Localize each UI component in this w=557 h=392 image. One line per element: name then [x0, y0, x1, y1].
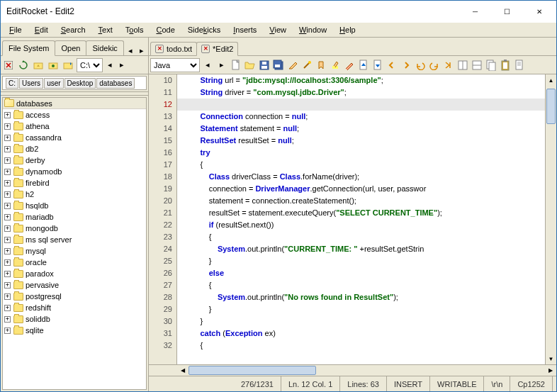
code-line[interactable]: { — [177, 340, 545, 352]
expand-icon[interactable]: + — [4, 203, 11, 209]
tree-item[interactable]: +ms sql server — [3, 234, 146, 245]
scroll-down-icon[interactable]: ▼ — [546, 353, 556, 364]
tree-item[interactable]: +mongodb — [3, 223, 146, 234]
tree-item[interactable]: +athena — [3, 121, 146, 132]
code-line[interactable]: statement = connection.createStatement()… — [177, 195, 545, 207]
expand-icon[interactable]: + — [4, 316, 11, 323]
code-line[interactable]: try — [177, 147, 545, 159]
tree-item[interactable]: +mariadb — [3, 211, 146, 223]
expand-icon[interactable]: + — [4, 259, 11, 266]
tree-root[interactable]: databases — [3, 98, 146, 109]
menu-view[interactable]: View — [264, 24, 292, 35]
editor-tab-edit2[interactable]: ✕ *Edit2 — [196, 42, 238, 56]
tab-scroll-left-icon[interactable]: ◂ — [125, 45, 135, 55]
menu-search[interactable]: Search — [55, 24, 91, 35]
tree-item[interactable]: +firebird — [3, 177, 146, 189]
code-line[interactable]: connection = DriverManager.getConnection… — [177, 183, 545, 195]
expand-icon[interactable]: + — [4, 282, 11, 289]
expand-icon[interactable]: + — [4, 293, 11, 300]
code-line[interactable]: String url = "jdbc:mysql://localhost:330… — [177, 74, 545, 86]
expand-icon[interactable]: + — [4, 214, 11, 220]
page-up-icon[interactable] — [357, 59, 370, 72]
code-line[interactable]: } — [177, 303, 545, 315]
goto-end-icon[interactable] — [442, 59, 455, 72]
code-line[interactable]: } — [177, 315, 545, 327]
path-segment[interactable]: Users — [19, 78, 43, 89]
code-line[interactable]: } — [177, 255, 545, 267]
menu-file[interactable]: File — [4, 24, 28, 35]
code-line[interactable]: Statement statement = null; — [177, 123, 545, 135]
page-icon[interactable] — [513, 59, 526, 72]
close-tab-icon[interactable]: ✕ — [201, 45, 210, 53]
path-breadcrumb[interactable]: C:UsersuserDesktopdatabases — [2, 76, 147, 90]
tree-item[interactable]: +paradox — [3, 268, 146, 279]
expand-icon[interactable]: + — [4, 225, 11, 232]
code-line[interactable]: String driver = "com.mysql.jdbc.Driver"; — [177, 86, 545, 99]
menu-window[interactable]: Window — [293, 24, 332, 35]
edit-icon[interactable] — [286, 59, 299, 72]
marker-icon[interactable] — [315, 59, 327, 72]
menu-text[interactable]: Text — [93, 24, 118, 35]
path-segment[interactable]: Desktop — [64, 78, 96, 89]
tree-item[interactable]: +db2 — [3, 143, 146, 155]
expand-icon[interactable]: + — [4, 135, 11, 141]
tree-item[interactable]: +pervasive — [3, 279, 146, 291]
expand-icon[interactable]: + — [4, 146, 11, 152]
tree-item[interactable]: +postgresql — [3, 291, 146, 302]
expand-icon[interactable]: + — [4, 191, 11, 198]
expand-icon[interactable]: + — [4, 305, 11, 311]
code-line[interactable]: resultSet = statement.executeQuery("SELE… — [177, 207, 545, 219]
maximize-button[interactable]: ☐ — [491, 1, 523, 22]
new-file-icon[interactable] — [230, 59, 242, 72]
sidebar-tab-open[interactable]: Open — [55, 40, 86, 55]
drive-next-icon[interactable]: ▸ — [117, 60, 127, 70]
crayon-icon[interactable] — [343, 59, 356, 72]
code-line[interactable]: System.out.println("CURRENT_TIME: " +res… — [177, 243, 545, 255]
drive-prev-icon[interactable]: ◂ — [105, 60, 115, 70]
expand-icon[interactable]: + — [4, 169, 11, 175]
code-line[interactable]: Class driverClass = Class.forName(driver… — [177, 171, 545, 183]
tree-item[interactable]: +h2 — [3, 189, 146, 200]
vsplit-icon[interactable] — [456, 59, 469, 72]
save-all-icon[interactable] — [272, 59, 285, 72]
menu-help[interactable]: Help — [334, 24, 361, 35]
menu-code[interactable]: Code — [150, 24, 180, 35]
expand-icon[interactable]: + — [4, 180, 11, 186]
scrollbar-thumb[interactable] — [189, 366, 316, 375]
path-segment[interactable]: user — [44, 78, 63, 89]
menu-tools[interactable]: Tools — [120, 24, 150, 35]
refresh-icon[interactable] — [17, 59, 30, 72]
paste-icon[interactable] — [499, 59, 512, 72]
tree-item[interactable]: +mysql — [3, 245, 146, 257]
path-segment[interactable]: databases — [96, 78, 135, 89]
close-panel-icon[interactable] — [2, 59, 15, 72]
menu-sidekicks[interactable]: Sidekicks — [182, 24, 226, 35]
code-line[interactable]: if (resultSet.next()) — [177, 219, 545, 231]
minimize-button[interactable]: ─ — [459, 1, 491, 22]
code-line[interactable]: { — [177, 279, 545, 291]
tree-item[interactable]: +soliddb — [3, 313, 146, 325]
folder-up-icon[interactable] — [32, 59, 45, 72]
close-tab-icon[interactable]: ✕ — [155, 45, 164, 53]
tree-item[interactable]: +hsqldb — [3, 200, 146, 211]
close-button[interactable]: ✕ — [523, 1, 555, 22]
shift-left-icon[interactable] — [386, 59, 398, 72]
drive-select[interactable]: C:\ — [77, 58, 103, 72]
file-tree[interactable]: databases+access+athena+cassandra+db2+de… — [2, 97, 147, 390]
tree-item[interactable]: +sqlite — [3, 325, 146, 336]
expand-icon[interactable]: + — [4, 112, 11, 118]
language-select[interactable]: Java — [150, 58, 200, 72]
expand-icon[interactable]: + — [4, 327, 11, 334]
shift-right-icon[interactable] — [400, 59, 412, 72]
code-line[interactable] — [177, 99, 545, 111]
tree-item[interactable]: +oracle — [3, 257, 146, 268]
code-line[interactable]: { — [177, 159, 545, 171]
redo-icon[interactable] — [428, 59, 441, 72]
scroll-up-icon[interactable]: ▲ — [546, 74, 556, 86]
scroll-right-icon[interactable]: ▶ — [545, 365, 556, 376]
scroll-left-icon[interactable]: ◀ — [177, 365, 189, 376]
expand-icon[interactable]: + — [4, 157, 11, 164]
sidebar-tab-sidekicks[interactable]: Sidekic — [86, 40, 123, 55]
hsplit-icon[interactable] — [471, 59, 483, 72]
tree-item[interactable]: +derby — [3, 155, 146, 166]
